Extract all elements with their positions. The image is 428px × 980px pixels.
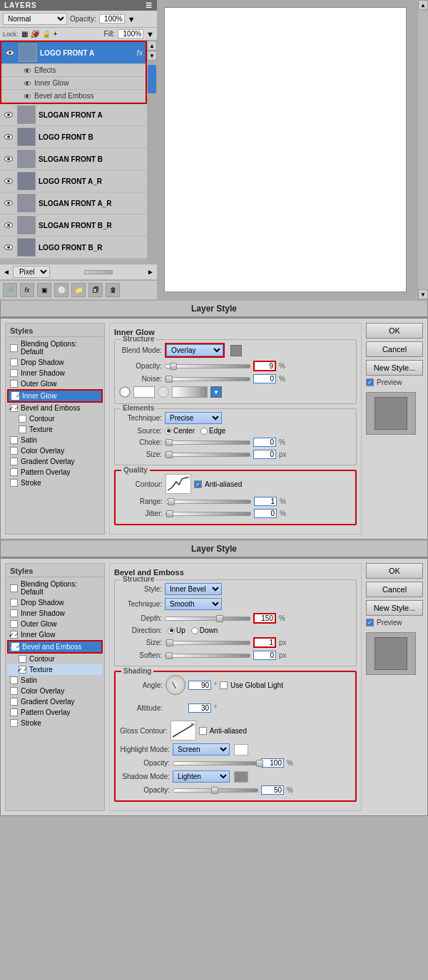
direction-down-radio[interactable] xyxy=(191,627,198,634)
ok-button-2[interactable]: OK xyxy=(366,563,423,579)
direction-up-option[interactable]: Up xyxy=(168,626,185,634)
checkbox-drop-shadow-2[interactable] xyxy=(10,599,18,607)
checkbox-bevel-emboss-1[interactable]: ✓ xyxy=(10,404,18,412)
checkbox-pattern-overlay-1[interactable] xyxy=(10,468,18,476)
eye-icon-logo-front-a[interactable] xyxy=(4,47,16,58)
checkbox-texture-1[interactable] xyxy=(19,425,26,433)
checkbox-blending-1[interactable] xyxy=(10,344,18,352)
opacity-input[interactable] xyxy=(99,14,125,24)
layers-panel-menu-icon[interactable]: ☰ xyxy=(146,1,153,9)
choke-value[interactable] xyxy=(253,438,276,447)
technique-select-1[interactable]: Precise xyxy=(165,412,222,424)
eye-icon-slogan-front-ar[interactable] xyxy=(3,197,14,209)
checkbox-inner-glow-2[interactable]: ✓ xyxy=(10,631,18,639)
anti-aliased-checkbox-2[interactable] xyxy=(199,727,207,735)
checkbox-stroke-2[interactable] xyxy=(10,719,18,727)
style-texture-1[interactable]: Texture xyxy=(7,424,103,435)
bevel-size-slider[interactable] xyxy=(165,641,250,645)
range-value[interactable] xyxy=(254,497,277,506)
scroll-thumb[interactable] xyxy=(148,65,156,93)
checkbox-inner-glow-1[interactable]: ✓ xyxy=(11,392,19,400)
eye-inner-glow[interactable] xyxy=(23,79,31,88)
angle-value[interactable] xyxy=(188,681,211,690)
checkbox-inner-shadow-2[interactable] xyxy=(10,609,18,617)
gradient-swatch[interactable] xyxy=(172,386,208,398)
style-blending-options-2[interactable]: Blending Options: Default xyxy=(7,579,103,597)
eye-icon-slogan-front-b[interactable] xyxy=(3,153,14,165)
pixel-bar-arrow-left[interactable]: ◄ xyxy=(3,268,10,276)
highlight-opacity-value[interactable] xyxy=(261,758,284,768)
source-center-option[interactable]: Center xyxy=(165,427,195,435)
jitter-value[interactable] xyxy=(254,509,277,518)
style-inner-glow-1[interactable]: ✓ Inner Glow xyxy=(9,391,101,401)
soften-value[interactable] xyxy=(253,651,276,660)
checkbox-blending-2[interactable] xyxy=(10,584,18,592)
opacity-slider-1[interactable] xyxy=(165,364,250,368)
bevel-size-value[interactable] xyxy=(253,637,276,648)
fx-bottom-icon[interactable]: fx xyxy=(20,283,34,297)
choke-slider[interactable] xyxy=(165,440,250,445)
highlight-opacity-thumb[interactable] xyxy=(256,760,263,767)
highlight-opacity-slider[interactable] xyxy=(173,761,258,765)
canvas-scroll-track[interactable] xyxy=(418,10,428,289)
link-icon[interactable]: 🔗 xyxy=(3,283,17,297)
scroll-down-btn[interactable]: ▼ xyxy=(147,51,157,61)
style-blending-options-1[interactable]: Blending Options: Default xyxy=(7,339,103,357)
opacity-thumb-1[interactable] xyxy=(170,363,177,370)
style-drop-shadow-1[interactable]: Drop Shadow xyxy=(7,357,103,368)
style-stroke-1[interactable]: Stroke xyxy=(7,478,103,488)
noise-slider-1[interactable] xyxy=(165,377,250,381)
range-slider[interactable] xyxy=(165,500,251,504)
shadow-color-swatch[interactable] xyxy=(234,771,248,783)
style-gradient-overlay-2[interactable]: Gradient Overlay xyxy=(7,696,103,707)
opacity-value-1[interactable] xyxy=(253,361,276,371)
style-bevel-emboss-1[interactable]: ✓ Bevel and Emboss xyxy=(7,403,103,413)
solid-color-radio[interactable] xyxy=(119,386,131,398)
eye-icon-logo-front-ar[interactable] xyxy=(3,175,14,187)
layer-bevel-emboss-item[interactable]: Bevel and Emboss xyxy=(1,90,146,103)
new-style-button-2[interactable]: New Style... xyxy=(366,600,423,616)
blend-mode-select[interactable]: Normal xyxy=(3,13,67,25)
style-outer-glow-1[interactable]: Outer Glow xyxy=(7,378,103,389)
style-satin-2[interactable]: Satin xyxy=(7,675,103,686)
angle-dial[interactable] xyxy=(165,675,185,695)
opacity-arrow-icon[interactable]: ▼ xyxy=(128,15,136,24)
choke-thumb[interactable] xyxy=(165,439,173,446)
style-contour-2[interactable]: Contour xyxy=(7,654,103,664)
style-color-overlay-2[interactable]: Color Overlay xyxy=(7,686,103,696)
scroll-up-btn[interactable]: ▲ xyxy=(147,41,157,51)
lock-image-icon[interactable]: 🏈 xyxy=(31,30,39,38)
checkbox-stroke-1[interactable] xyxy=(10,479,18,487)
jitter-slider[interactable] xyxy=(165,512,251,516)
style-pattern-overlay-1[interactable]: Pattern Overlay xyxy=(7,467,103,478)
source-edge-radio[interactable] xyxy=(200,428,208,435)
eye-icon-slogan-front-br[interactable] xyxy=(3,220,14,231)
layer-inner-glow-item[interactable]: Inner Glow xyxy=(1,77,146,90)
layer-item-slogan-front-ar[interactable]: SLOGAN FRONT A_R xyxy=(0,192,147,215)
eye-icon-logo-front-b[interactable] xyxy=(3,131,14,143)
checkbox-contour-1[interactable] xyxy=(19,415,26,423)
style-texture-2[interactable]: ✓ Texture xyxy=(7,664,103,675)
lock-all-icon[interactable]: + xyxy=(54,30,58,38)
depth-slider[interactable] xyxy=(165,617,250,621)
ok-button-1[interactable]: OK xyxy=(366,323,423,339)
jitter-thumb[interactable] xyxy=(166,510,173,517)
canvas-scrollbar-right[interactable]: ▲ ▼ xyxy=(418,0,428,299)
contour-preview-1[interactable] xyxy=(165,474,191,494)
shadow-opacity-value[interactable] xyxy=(261,785,284,795)
style-contour-1[interactable]: Contour xyxy=(7,413,103,424)
source-center-radio[interactable] xyxy=(165,428,172,435)
cancel-button-2[interactable]: Cancel xyxy=(366,582,423,597)
layer-item-logo-front-br[interactable]: LOGO FRONT B_R xyxy=(0,237,147,259)
folder-icon[interactable]: 📁 xyxy=(71,283,86,297)
pixel-mode-select[interactable]: Pixel xyxy=(13,266,50,278)
style-bevel-emboss-2[interactable]: ✓ Bevel and Emboss xyxy=(9,641,101,652)
layer-item-slogan-front-br[interactable]: SLOGAN FRONT B_R xyxy=(0,215,147,237)
size-slider-1[interactable] xyxy=(165,453,250,457)
bevel-size-thumb[interactable] xyxy=(166,639,173,646)
range-thumb[interactable] xyxy=(168,498,175,505)
direction-up-radio[interactable] xyxy=(168,627,175,634)
checkbox-drop-shadow-1[interactable] xyxy=(10,359,18,366)
altitude-value[interactable] xyxy=(188,703,211,713)
checkbox-color-overlay-1[interactable] xyxy=(10,447,18,455)
